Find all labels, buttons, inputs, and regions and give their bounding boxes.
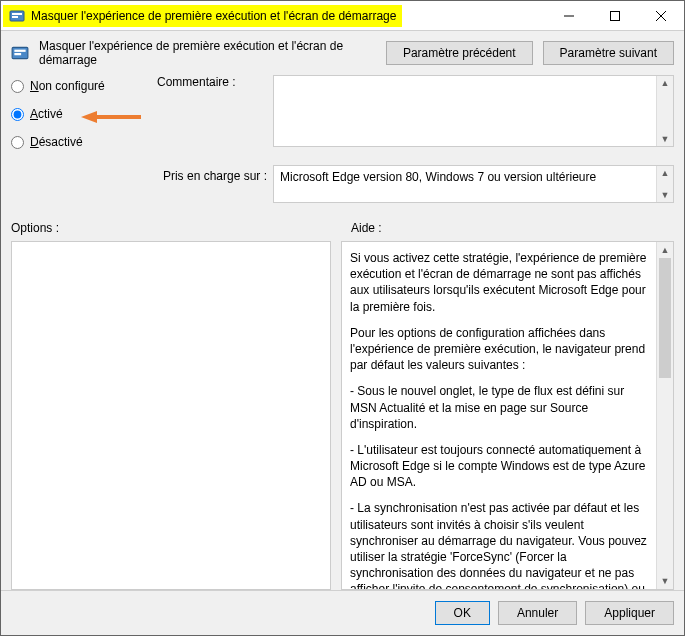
radio-enabled-label: Activé [30,107,63,121]
svg-rect-2 [12,16,18,18]
radio-not-configured-input[interactable] [11,80,24,93]
help-label: Aide : [351,221,382,235]
comment-label: Commentaire : [157,75,267,89]
svg-rect-1 [12,13,22,15]
help-scrollbar[interactable]: ▲ ▼ [656,242,673,589]
radio-disabled[interactable]: Désactivé [11,135,151,149]
help-panel: Si vous activez cette stratégie, l'expér… [341,241,674,590]
policy-editor-window: Masquer l'expérience de première exécuti… [0,0,685,636]
comment-textarea[interactable]: ▲ ▼ [273,75,674,147]
scroll-up-icon[interactable]: ▲ [661,166,670,180]
policy-icon [11,44,29,62]
titlebar: Masquer l'expérience de première exécuti… [1,1,684,31]
policy-title: Masquer l'expérience de première exécuti… [39,39,376,67]
supported-scrollbar[interactable]: ▲ ▼ [656,166,673,202]
help-text: - La synchronisation n'est pas activée p… [350,500,651,590]
options-panel [11,241,331,590]
close-button[interactable] [638,1,684,31]
help-text: - L'utilisateur est toujours connecté au… [350,442,651,491]
help-text: Si vous activez cette stratégie, l'expér… [350,250,651,315]
arrow-annotation-icon [81,109,141,128]
minimize-button[interactable] [546,1,592,31]
apply-button[interactable]: Appliquer [585,601,674,625]
next-setting-button[interactable]: Paramètre suivant [543,41,674,65]
window-title: Masquer l'expérience de première exécuti… [31,9,396,23]
scroll-down-icon[interactable]: ▼ [661,188,670,202]
scroll-down-icon[interactable]: ▼ [661,132,670,146]
svg-rect-8 [14,50,25,52]
radio-disabled-label: Désactivé [30,135,83,149]
scroll-down-icon[interactable]: ▼ [661,573,670,589]
scroll-up-icon[interactable]: ▲ [661,242,670,258]
comment-scrollbar[interactable]: ▲ ▼ [656,76,673,146]
options-label: Options : [11,221,331,235]
svg-marker-11 [81,111,97,123]
cancel-button[interactable]: Annuler [498,601,577,625]
body: Non configuré Activé Désactivé [1,75,684,590]
radio-not-configured-label: Non configuré [30,79,105,93]
scroll-track[interactable] [657,258,673,573]
window-controls [546,1,684,31]
svg-rect-4 [611,11,620,20]
maximize-button[interactable] [592,1,638,31]
titlebar-highlight: Masquer l'expérience de première exécuti… [3,5,402,27]
supported-on-text: Microsoft Edge version 80, Windows 7 ou … [280,170,596,184]
ok-button[interactable]: OK [435,601,490,625]
radio-enabled[interactable]: Activé [11,107,151,121]
supported-on-label: Pris en charge sur : [157,165,267,183]
help-text: - Sous le nouvel onglet, le type de flux… [350,383,651,432]
dialog-footer: OK Annuler Appliquer [1,590,684,635]
scroll-up-icon[interactable]: ▲ [661,76,670,90]
help-text: Pour les options de configuration affich… [350,325,651,374]
svg-rect-9 [14,53,21,55]
radio-enabled-input[interactable] [11,108,24,121]
radio-disabled-input[interactable] [11,136,24,149]
supported-on-box: Microsoft Edge version 80, Windows 7 ou … [273,165,674,203]
header-row: Masquer l'expérience de première exécuti… [1,31,684,75]
scroll-thumb[interactable] [659,258,671,378]
previous-setting-button[interactable]: Paramètre précédent [386,41,533,65]
policy-icon [9,8,25,24]
radio-not-configured[interactable]: Non configuré [11,79,151,93]
